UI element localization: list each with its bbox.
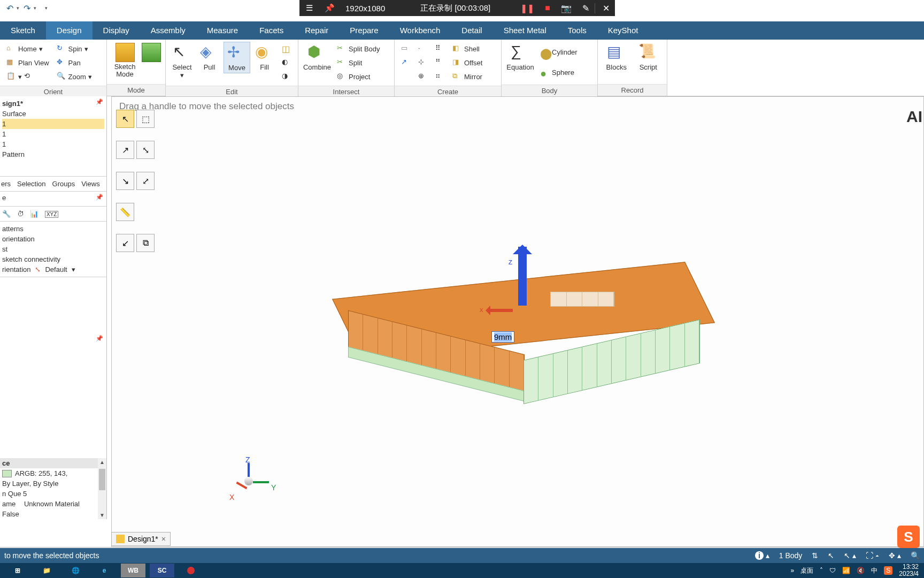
point-button[interactable]: ∙ (415, 42, 431, 56)
mini-tool-2[interactable] (567, 292, 583, 306)
select-tool-button[interactable]: Select▾ (169, 42, 195, 80)
tray-overflow[interactable]: » (791, 567, 795, 574)
opt-tool-icon[interactable]: 🔧 (2, 210, 11, 218)
prop-color-row[interactable]: ARGB: 255, 143, (0, 468, 106, 478)
tab-groups[interactable]: Groups (52, 180, 75, 188)
axis-button[interactable] (398, 56, 414, 70)
qat-customize-arrow[interactable]: ▾ (45, 5, 48, 11)
recorder-stop-button[interactable]: ■ (540, 3, 556, 13)
opt-xyz-icon[interactable]: XYZ (45, 211, 58, 218)
move-select-mode[interactable]: ↖ (116, 110, 134, 128)
tray-desktop-label[interactable]: 桌面 (800, 566, 813, 575)
status-info-button[interactable]: i ▴ (755, 551, 769, 560)
tab-keyshot[interactable]: KeyShot (597, 21, 649, 40)
taskbar-spaceclaim[interactable]: SC (150, 564, 174, 577)
plane-button[interactable] (398, 42, 414, 56)
taskbar-edge[interactable]: e (92, 564, 117, 577)
tab-sheetmetal[interactable]: Sheet Metal (493, 21, 557, 40)
zoom-button[interactable]: Zoom ▾ (53, 70, 95, 83)
tray-chevron-up-icon[interactable]: ˄ (820, 567, 823, 574)
offset-button[interactable]: Offset (449, 56, 486, 70)
move-ruler-mode[interactable]: 📏 (116, 203, 134, 221)
recorder-close-button[interactable]: ✕ (595, 3, 615, 13)
tray-ime-zh[interactable]: 中 (871, 566, 877, 575)
split-body-button[interactable]: Split Body (334, 42, 383, 56)
orientation-triad[interactable]: Z Y X (229, 455, 283, 504)
redo-split-arrow[interactable]: ▾ (34, 5, 36, 11)
tab-repair[interactable]: Repair (294, 21, 339, 40)
option-item[interactable]: atterns (2, 224, 104, 234)
tab-tools[interactable]: Tools (557, 21, 597, 40)
recorder-pause-button[interactable]: ❚❚ (515, 3, 540, 13)
3d-model[interactable]: z x 9mm (347, 225, 721, 418)
solid-mode-button[interactable] (141, 42, 162, 64)
tab-display[interactable]: Display (93, 21, 140, 40)
taskbar-recorder[interactable] (179, 564, 203, 577)
option-item[interactable]: st (2, 244, 104, 254)
status-move-icon[interactable]: ✥ ▴ (889, 551, 901, 560)
tab-selection[interactable]: Selection (17, 180, 45, 188)
recorder-pin-button[interactable]: 📌 (319, 3, 340, 13)
tray-clock[interactable]: 13:32 2023/4 (899, 564, 919, 577)
taskbar-workbench[interactable]: WB (121, 564, 145, 577)
dimension-input[interactable]: 9mm (491, 331, 514, 343)
tab-measure[interactable]: Measure (196, 21, 249, 40)
document-tab[interactable]: Design1* × (111, 532, 171, 546)
taskbar-start[interactable]: ⊞ (5, 564, 30, 577)
3d-viewport[interactable]: Drag a handle to move the selected objec… (111, 96, 924, 547)
mini-tool-3[interactable] (582, 292, 598, 306)
move-orient-mode[interactable]: ⤡ (136, 141, 155, 159)
recorder-annotate-button[interactable]: ✎ (577, 3, 595, 13)
tab-views[interactable]: Views (81, 180, 99, 188)
pan-button[interactable]: Pan (53, 56, 95, 70)
prop-material-row[interactable]: ame Unknown Material (0, 499, 106, 509)
triad-origin[interactable] (244, 477, 253, 485)
status-cursor-icon[interactable]: ↖ (828, 551, 834, 560)
panel-pin-icon[interactable]: 📌 (96, 335, 103, 342)
undo-split-arrow[interactable]: ▾ (17, 5, 19, 11)
status-snap-icon[interactable]: ↖ ▴ (844, 551, 856, 560)
tree-item[interactable]: Surface (2, 109, 104, 119)
tray-volume-icon[interactable]: 🔇 (857, 567, 865, 574)
move-tool-button[interactable]: Move (224, 42, 250, 73)
panel-pin-icon[interactable]: 📌 (96, 194, 103, 201)
option-item[interactable]: orientation (2, 234, 104, 244)
orientation-dropdown[interactable]: Default (45, 265, 67, 273)
status-zoom-icon[interactable]: 🔍 (911, 551, 920, 560)
fill-tool-button[interactable]: Fill (251, 42, 278, 72)
script-button[interactable]: Script (633, 42, 664, 72)
recorder-menu-button[interactable]: ☰ (299, 3, 319, 13)
move-anchor-mode[interactable]: ↗ (116, 141, 134, 159)
redo-button[interactable]: ↷ (21, 2, 33, 14)
tree-item-selected[interactable]: 1 (2, 119, 104, 129)
prop-queue-row[interactable]: n Que 5 (0, 489, 106, 499)
recorder-screenshot-button[interactable]: 📷 (556, 3, 577, 13)
tab-prepare[interactable]: Prepare (339, 21, 389, 40)
pattern-linear-button[interactable]: ⠛ (432, 56, 448, 70)
home-view-button[interactable]: Home ▾ (3, 42, 52, 56)
tray-shield-icon[interactable]: 🛡 (829, 567, 836, 574)
tree-item[interactable]: 1 (2, 139, 104, 149)
tab-workbench[interactable]: Workbench (389, 21, 451, 40)
opt-clock-icon[interactable]: ⏱ (17, 210, 24, 218)
edit-extra3-button[interactable]: ◑ (279, 70, 295, 83)
opt-stats-icon[interactable]: 📊 (30, 210, 38, 218)
pattern-circular-button[interactable]: ⠶ (432, 70, 448, 83)
tray-wifi-icon[interactable]: 📶 (842, 567, 850, 574)
move-create-pattern[interactable]: ↙ (116, 234, 134, 252)
doc-close-button[interactable]: × (161, 535, 166, 543)
triad-y-axis[interactable] (253, 481, 269, 483)
project-button[interactable]: ◎Project (334, 70, 383, 83)
origin-button[interactable]: ⊹ (415, 56, 431, 70)
tab-layers[interactable]: ers (1, 180, 11, 188)
sogou-ime-badge[interactable]: S (897, 526, 920, 548)
combine-button[interactable]: Combine (302, 42, 333, 72)
move-upto-mode[interactable]: ↘ (116, 172, 134, 190)
tree-item[interactable]: 1 (2, 129, 104, 139)
status-expand-icon[interactable]: ⛶ ▴ (866, 551, 879, 560)
pull-tool-button[interactable]: Pull (196, 42, 222, 72)
props-scrollbar[interactable]: ▲▼ (98, 458, 106, 519)
move-detach[interactable]: ⧉ (136, 234, 155, 252)
equation-button[interactable]: Equation (505, 42, 536, 72)
plan-view-button[interactable]: Plan View (3, 56, 52, 70)
